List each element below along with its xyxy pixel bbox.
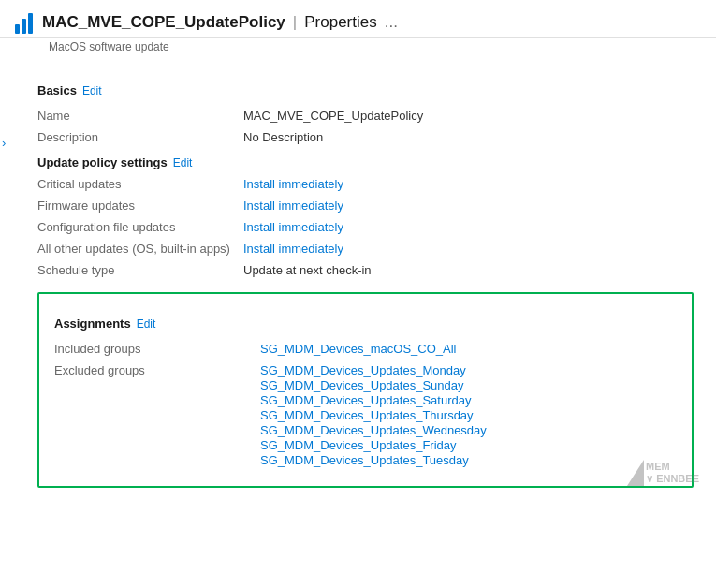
header-subtitle: Properties — [304, 13, 376, 32]
header-pipe: | — [293, 13, 297, 32]
excluded-group-2[interactable]: SG_MDM_Devices_Updates_Saturday — [260, 393, 487, 407]
critical-updates-value[interactable]: Install immediately — [243, 177, 343, 191]
basics-section-header: Basics Edit — [37, 83, 694, 97]
name-label: Name — [37, 109, 243, 123]
logo-bars — [15, 11, 33, 34]
excluded-groups-label: Excluded groups — [54, 363, 260, 377]
included-groups-row: Included groups SG_MDM_Devices_macOS_CO_… — [54, 338, 677, 360]
header-description: MacOS software update — [0, 38, 716, 61]
excluded-group-4[interactable]: SG_MDM_Devices_Updates_Wednesday — [260, 423, 487, 437]
description-row: Description No Description — [37, 126, 694, 148]
logo-bar-3 — [28, 13, 33, 34]
excluded-group-0[interactable]: SG_MDM_Devices_Updates_Monday — [260, 363, 487, 377]
app-logo — [15, 11, 33, 34]
main-content: › Basics Edit Name MAC_MVE_COPE_UpdatePo… — [0, 61, 716, 499]
watermark: MEM ∨ ENNBEE — [627, 460, 699, 486]
basics-label: Basics — [37, 83, 77, 97]
watermark-text: MEM ∨ ENNBEE — [646, 461, 699, 485]
excluded-group-6[interactable]: SG_MDM_Devices_Updates_Tuesday — [260, 453, 487, 467]
excluded-groups-row: Excluded groups SG_MDM_Devices_Updates_M… — [54, 360, 677, 471]
logo-bar-1 — [15, 24, 20, 34]
excluded-group-1[interactable]: SG_MDM_Devices_Updates_Sunday — [260, 378, 487, 392]
logo-bar-2 — [22, 19, 26, 34]
firmware-updates-label: Firmware updates — [37, 198, 243, 213]
firmware-updates-row: Firmware updates Install immediately — [37, 195, 694, 216]
config-file-updates-label: Configuration file updates — [37, 220, 243, 234]
config-file-updates-row: Configuration file updates Install immed… — [37, 216, 694, 238]
included-groups-value[interactable]: SG_MDM_Devices_macOS_CO_All — [260, 342, 457, 356]
back-chevron[interactable]: › — [2, 136, 6, 150]
name-row: Name MAC_MVE_COPE_UpdatePolicy — [37, 105, 694, 126]
schedule-type-row: Schedule type Update at next check-in — [37, 259, 694, 281]
firmware-updates-value[interactable]: Install immediately — [243, 198, 343, 213]
excluded-group-5[interactable]: SG_MDM_Devices_Updates_Friday — [260, 438, 487, 452]
update-policy-section-header: Update policy settings Edit — [37, 155, 694, 169]
assignments-section-header: Assignments Edit — [54, 316, 677, 331]
watermark-line1: MEM — [646, 461, 699, 473]
basics-edit-link[interactable]: Edit — [82, 84, 102, 97]
all-other-updates-value[interactable]: Install immediately — [243, 242, 343, 256]
name-value: MAC_MVE_COPE_UpdatePolicy — [243, 109, 423, 123]
update-policy-edit-link[interactable]: Edit — [173, 156, 193, 169]
description-value: No Description — [243, 130, 323, 144]
all-other-updates-label: All other updates (OS, built-in apps) — [37, 242, 243, 256]
page-header: MAC_MVE_COPE_UpdatePolicy | Properties .… — [0, 0, 716, 38]
all-other-updates-row: All other updates (OS, built-in apps) In… — [37, 238, 694, 259]
excluded-groups-list: SG_MDM_Devices_Updates_Monday SG_MDM_Dev… — [260, 363, 487, 467]
critical-updates-row: Critical updates Install immediately — [37, 173, 694, 195]
assignments-label: Assignments — [54, 316, 131, 331]
update-policy-label: Update policy settings — [37, 155, 168, 169]
assignments-edit-link[interactable]: Edit — [137, 317, 156, 331]
assignments-box: Assignments Edit Included groups SG_MDM_… — [37, 292, 694, 488]
description-label: Description — [37, 130, 243, 144]
schedule-type-label: Schedule type — [37, 263, 243, 277]
watermark-line2: ∨ ENNBEE — [646, 473, 699, 485]
schedule-type-value: Update at next check-in — [243, 263, 372, 277]
included-groups-label: Included groups — [54, 342, 260, 356]
critical-updates-label: Critical updates — [37, 177, 243, 191]
header-more-options[interactable]: ... — [385, 13, 398, 32]
excluded-group-3[interactable]: SG_MDM_Devices_Updates_Thursday — [260, 408, 487, 422]
page-title: MAC_MVE_COPE_UpdatePolicy — [42, 13, 285, 32]
watermark-triangle — [627, 460, 644, 486]
config-file-updates-value[interactable]: Install immediately — [243, 220, 343, 234]
